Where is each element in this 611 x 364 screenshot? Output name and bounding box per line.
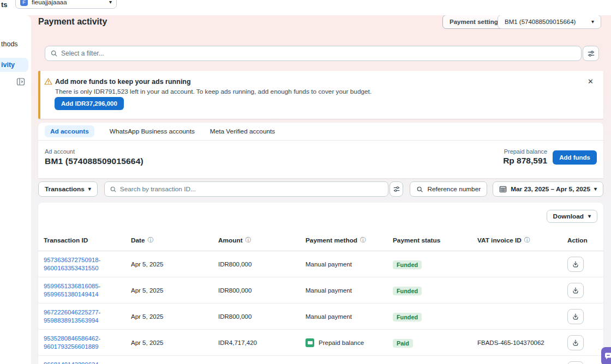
transaction-id-link[interactable]: 9599651336816085-9599651380149414	[44, 282, 131, 299]
payment-status: Funded	[393, 312, 477, 321]
table-header-row: Transaction ID Dateⓘ Amountⓘ Payment met…	[38, 229, 603, 251]
chevron-down-icon: ▾	[109, 0, 112, 5]
transactions-toolbar: Transactions ▾ Reference number	[38, 181, 603, 197]
payment-status: Paid	[393, 338, 477, 348]
table-row: 9599651336816085-9599651380149414 Apr 5,…	[38, 277, 603, 304]
low-funds-banner: Add more funds to keep your ads running …	[38, 71, 603, 119]
clipped-nav-text: ts	[1, 1, 8, 9]
transaction-date: Apr 5, 2025	[131, 261, 218, 268]
status-badge: Funded	[393, 313, 422, 321]
sidebar-item-payment-methods[interactable]: thods	[1, 40, 18, 48]
download-button[interactable]: Download ▾	[547, 210, 597, 223]
info-icon[interactable]: ⓘ	[360, 236, 366, 244]
payment-status: Funded	[393, 259, 477, 269]
download-invoice-button[interactable]	[567, 257, 584, 272]
search-icon	[110, 186, 117, 193]
transaction-date: Apr 5, 2025	[131, 339, 218, 346]
filter-search-field[interactable]	[45, 46, 582, 61]
search-options-button[interactable]	[390, 181, 403, 197]
banner-body: There is only IDR791,523 left in your ad…	[55, 88, 372, 95]
ad-account-name: BM1 (574088509015664)	[45, 156, 503, 166]
account-summary-card: Ad accounts WhatsApp Business accounts M…	[38, 123, 603, 178]
prepaid-balance-value: Rp 878,591	[503, 156, 547, 166]
tab-meta-verified-accounts[interactable]: Meta Verified accounts	[210, 125, 275, 137]
close-icon[interactable]: ✕	[588, 77, 594, 86]
warning-icon	[44, 77, 52, 86]
column-amount: Amountⓘ	[218, 236, 306, 244]
transaction-id-link[interactable]: 9573636372750918-9600163353431550	[44, 256, 131, 272]
payment-status: Funded	[393, 286, 477, 295]
chevron-down-icon: ▾	[594, 186, 597, 192]
search-icon	[50, 50, 58, 57]
status-badge: Funded	[393, 287, 422, 295]
business-avatar: F	[20, 0, 28, 6]
download-invoice-button[interactable]	[567, 335, 584, 350]
page: ts F fieuajjajaaaa ▾ thods ivity Payment…	[0, 0, 611, 364]
prepaid-card-icon	[306, 338, 314, 347]
transaction-type-dropdown[interactable]: Transactions ▾	[38, 181, 98, 197]
date-range-label: Mar 23, 2025 – Apr 5, 2025	[511, 185, 590, 193]
column-payment-method: Payment methodⓘ	[306, 236, 393, 244]
download-invoice-button[interactable]	[567, 361, 584, 364]
collapse-sidebar-icon[interactable]	[15, 76, 26, 87]
transaction-search-input[interactable]	[120, 185, 383, 193]
info-icon[interactable]: ⓘ	[245, 236, 251, 244]
table-row: 9668149143299634-9601437480437474 Apr 4,…	[38, 356, 603, 364]
account-selector-label: BM1 (574088509015664)	[505, 19, 576, 25]
payment-method: Manual payment	[306, 261, 393, 268]
filter-search-input[interactable]	[61, 50, 576, 57]
transactions-table-card: Download ▾ Transaction ID Dateⓘ Amountⓘ …	[38, 203, 603, 364]
payment-method: Manual payment	[306, 287, 393, 294]
ad-account-label: Ad account	[45, 148, 503, 155]
table-row: 9672226046225277-9598838913563994 Apr 5,…	[38, 304, 603, 330]
transaction-amount: IDR800,000	[218, 261, 306, 268]
payment-method: Prepaid balance	[306, 338, 393, 347]
transaction-search-field[interactable]	[104, 181, 388, 197]
download-label: Download	[553, 213, 584, 220]
transaction-amount: IDR4,717,420	[218, 339, 306, 346]
transaction-date: Apr 5, 2025	[131, 313, 218, 320]
business-selector[interactable]: F fieuajjajaaaa ▾	[15, 0, 117, 9]
chevron-down-icon: ▾	[88, 186, 91, 192]
transaction-amount: IDR800,000	[218, 287, 306, 294]
table-row: 9535280846586462-9601793256601889 Apr 5,…	[38, 330, 603, 356]
top-navigation-strip: ts F fieuajjajaaaa ▾	[0, 0, 611, 15]
column-payment-status: Payment status	[393, 236, 477, 244]
account-selector-dropdown[interactable]: BM1 (574088509015664) ▾	[498, 15, 601, 29]
chat-widget[interactable]	[601, 347, 611, 364]
column-vat-invoice-id: VAT invoice IDⓘ	[477, 236, 567, 244]
transaction-id-link[interactable]: 9672226046225277-9598838913563994	[44, 308, 131, 325]
tab-whatsapp-business-accounts[interactable]: WhatsApp Business accounts	[110, 125, 195, 137]
tab-ad-accounts[interactable]: Ad accounts	[45, 125, 94, 137]
date-range-picker[interactable]: Mar 23, 2025 – Apr 5, 2025 ▾	[493, 181, 603, 197]
download-invoice-button[interactable]	[567, 283, 584, 298]
add-funds-amount-button[interactable]: Add IDR37,296,000	[55, 97, 124, 110]
sidebar: thods ivity	[0, 15, 31, 364]
chat-bubble-icon	[604, 352, 611, 361]
add-funds-button[interactable]: Add funds	[553, 150, 597, 165]
business-name: fieuajjajaaaa	[32, 0, 105, 5]
transaction-type-label: Transactions	[45, 185, 85, 193]
column-action: Action	[567, 236, 598, 244]
filter-options-button[interactable]	[583, 46, 599, 61]
prepaid-balance-label: Prepaid balance	[503, 148, 547, 155]
status-badge: Paid	[393, 339, 413, 348]
reference-number-label: Reference number	[427, 185, 481, 193]
reference-number-button[interactable]: Reference number	[410, 181, 487, 197]
transaction-date: Apr 5, 2025	[131, 287, 218, 294]
transaction-id-link[interactable]: 9535280846586462-9601793256601889	[44, 335, 131, 351]
chevron-down-icon: ▾	[588, 214, 591, 219]
account-type-tabs: Ad accounts WhatsApp Business accounts M…	[38, 123, 603, 141]
table-row: 9573636372750918-9600163353431550 Apr 5,…	[38, 251, 603, 277]
payment-method: Manual payment	[306, 313, 393, 320]
transaction-id-link[interactable]: 9668149143299634-9601437480437474	[44, 361, 131, 364]
sidebar-item-payment-activity[interactable]: ivity	[0, 58, 28, 72]
page-title: Payment activity	[38, 17, 107, 27]
column-transaction-id: Transaction ID	[44, 236, 131, 244]
download-invoice-button[interactable]	[567, 309, 584, 324]
info-icon[interactable]: ⓘ	[148, 236, 154, 244]
banner-title: Add more funds to keep your ads running	[55, 78, 191, 86]
transaction-amount: IDR800,000	[218, 313, 306, 320]
calendar-icon	[499, 185, 507, 193]
info-icon[interactable]: ⓘ	[524, 236, 530, 244]
